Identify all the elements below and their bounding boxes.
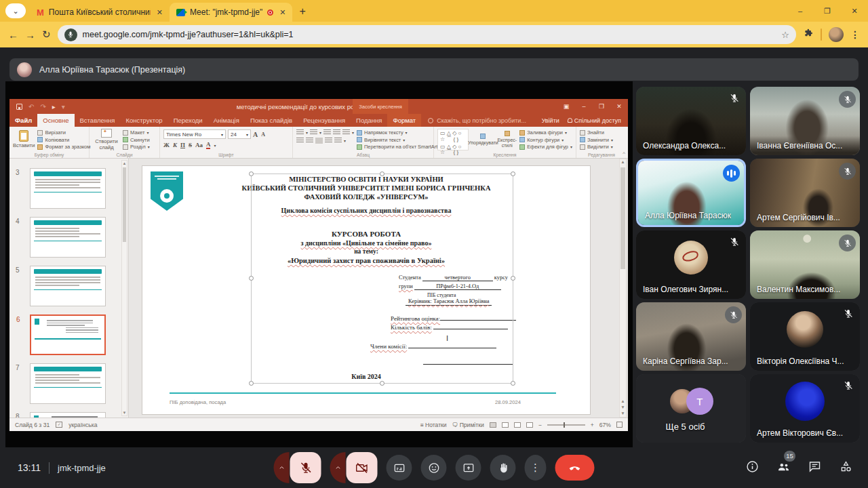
activities-button[interactable]	[839, 460, 853, 476]
text-direction-button[interactable]: Напрямок тексту▾	[357, 129, 441, 136]
zoom-out-icon[interactable]: −	[538, 422, 542, 428]
replace-button[interactable]: Замінити▾	[580, 137, 613, 143]
italic-button[interactable]: К	[173, 142, 177, 148]
profile-avatar[interactable]	[829, 27, 844, 42]
align-right-icon[interactable]	[325, 138, 332, 144]
scroll-up-icon[interactable]: ▲	[620, 159, 625, 164]
mic-options-chevron[interactable]	[274, 452, 290, 483]
bookmark-star-icon[interactable]: ☆	[781, 30, 789, 40]
slide-scrollbar[interactable]: ▲ ▲▼▼	[619, 159, 627, 418]
align-center-icon[interactable]	[306, 138, 313, 144]
slide-thumbnail-6-selected[interactable]: 6	[30, 314, 106, 355]
camera-off-button[interactable]	[347, 452, 378, 483]
tab-transitions[interactable]: Переходи	[168, 114, 208, 127]
slide-page[interactable]: МІНІСТЕРСТВО ОСВІТИ І НАУКИ УКРАЇНИ КИЇВ…	[142, 166, 590, 414]
columns-icon[interactable]	[334, 138, 342, 144]
normal-view-icon[interactable]	[490, 422, 496, 428]
ppt-restore-button[interactable]: ❐	[593, 99, 610, 114]
slide-thumbnail-4[interactable]: 4	[30, 217, 106, 258]
ppt-minimize-button[interactable]: –	[575, 99, 593, 114]
window-maximize-button[interactable]: ❐	[814, 0, 841, 22]
scroll-up-icon[interactable]: ▲	[122, 161, 127, 165]
line-spacing-icon[interactable]	[342, 129, 350, 136]
selection-handle[interactable]	[511, 381, 515, 386]
browser-menu-icon[interactable]: ⋮	[850, 29, 860, 40]
smartart-button[interactable]: Перетворити на об'єкт SmartArt▾	[357, 144, 441, 150]
participant-tile-speaking[interactable]: Алла Юріївна Тарасюк	[636, 159, 746, 227]
participant-tile[interactable]: Каріна Сергіївна Зар...	[636, 302, 746, 371]
selection-handle[interactable]	[249, 276, 254, 281]
mic-permission-icon[interactable]	[64, 28, 77, 41]
font-size-select[interactable]: 24▾	[228, 129, 251, 139]
tab-review[interactable]: Рецензування	[298, 114, 351, 127]
new-tab-button[interactable]: +	[299, 5, 305, 18]
tab-file[interactable]: Файл	[9, 114, 37, 127]
tab-animations[interactable]: Анімація	[208, 114, 245, 127]
participant-tile[interactable]: Олександра Олекса...	[636, 87, 746, 155]
overflow-participants-tile[interactable]: T Ще 5 осіб	[636, 374, 746, 443]
bullets-icon[interactable]	[296, 129, 304, 136]
captions-button[interactable]	[387, 455, 412, 481]
tab-close-icon[interactable]: ✕	[157, 8, 163, 17]
shape-fill-button[interactable]: Заливка фігури▾	[519, 129, 572, 136]
reading-view-icon[interactable]	[514, 422, 521, 428]
shape-effects-button[interactable]: Ефекти для фігур▾	[519, 144, 572, 150]
tab-close-icon[interactable]: ✕	[279, 8, 285, 17]
select-button[interactable]: Виділити▾	[580, 144, 613, 150]
tell-me-search[interactable]: Скажіть, що потрібно зробити...	[421, 114, 533, 127]
indent-decrease-icon[interactable]	[323, 129, 331, 136]
indent-increase-icon[interactable]	[333, 129, 340, 136]
participant-tile[interactable]: Іван Олегович Зирян...	[636, 230, 746, 299]
layout-button[interactable]: Макет▾	[123, 129, 150, 136]
new-slide-button[interactable]: Створити слайд	[93, 129, 120, 150]
numbering-icon[interactable]	[310, 129, 317, 136]
strikethrough-button[interactable]: S	[189, 142, 192, 148]
section-button[interactable]: Розділ▾	[123, 144, 150, 150]
tab-insert[interactable]: Вставлення	[75, 114, 121, 127]
align-justify-icon[interactable]	[315, 138, 323, 144]
zoom-slider[interactable]	[547, 424, 585, 426]
font-name-select[interactable]: Times New Ro▾	[163, 129, 226, 139]
ribbon-display-icon[interactable]: ▣	[557, 99, 575, 114]
underline-button[interactable]: П	[180, 142, 185, 148]
window-close-button[interactable]: ✕	[841, 0, 868, 22]
arrange-button[interactable]: Упорядкувати	[471, 129, 494, 150]
url-bar[interactable]: meet.google.com/jmk-tpmd-jje?authuser=1&…	[58, 25, 796, 44]
format-painter-button[interactable]: Формат за зразком	[37, 144, 90, 150]
selection-handle[interactable]	[511, 171, 515, 176]
selection-handle[interactable]	[380, 171, 384, 176]
thumbnail-scrollbar[interactable]: ▲ ▼	[121, 160, 127, 416]
more-options-button[interactable]: ⋮	[525, 455, 547, 481]
reset-button[interactable]: Скинути	[123, 137, 150, 143]
comments-button[interactable]: 🗨 Примітки	[452, 422, 484, 428]
participant-tile[interactable]: Іванна Євгеніївна Ос...	[750, 87, 860, 155]
share-button[interactable]: Спільний доступ	[568, 117, 621, 124]
tab-view[interactable]: Подання	[351, 114, 387, 127]
bold-button[interactable]: Ж	[163, 142, 170, 148]
browser-tab-meet[interactable]: Meet: "jmk-tpmd-jje" ✕	[170, 3, 292, 22]
tab-home[interactable]: Основне	[37, 114, 74, 127]
selection-handle[interactable]	[249, 381, 254, 386]
reload-button[interactable]: ↻	[42, 28, 51, 41]
selection-box[interactable]	[251, 174, 513, 384]
leave-call-button[interactable]	[555, 455, 595, 481]
mic-mute-button[interactable]	[290, 452, 321, 483]
zoom-in-icon[interactable]: +	[591, 422, 594, 428]
shapes-gallery[interactable]: ▭ △ ◇ ○ ☆ ⌒ { } ▭ △ ◇ ○ ☆ ⌒ { }	[437, 129, 469, 150]
selection-handle[interactable]	[511, 276, 515, 281]
sign-in-button[interactable]: Увійти	[542, 117, 559, 124]
present-screen-button[interactable]	[456, 455, 481, 481]
selection-handle[interactable]	[380, 381, 384, 386]
ppt-close-button[interactable]: ✕	[610, 99, 628, 114]
selection-handle[interactable]	[249, 171, 254, 176]
participant-tile[interactable]: Валентин Максимов...	[750, 230, 860, 299]
forward-button[interactable]: →	[25, 29, 35, 41]
paste-button[interactable]: Вставити	[13, 129, 35, 150]
tab-slideshow[interactable]: Показ слайдів	[245, 114, 298, 127]
tab-format[interactable]: Формат	[387, 114, 421, 127]
quick-styles-button[interactable]: Експрес-стилі	[497, 129, 517, 150]
change-case-button[interactable]: Аа	[195, 142, 203, 148]
extensions-icon[interactable]	[803, 28, 814, 41]
spellcheck-icon[interactable]: ✓	[56, 422, 62, 428]
copy-button[interactable]: Копіювати	[37, 137, 90, 143]
